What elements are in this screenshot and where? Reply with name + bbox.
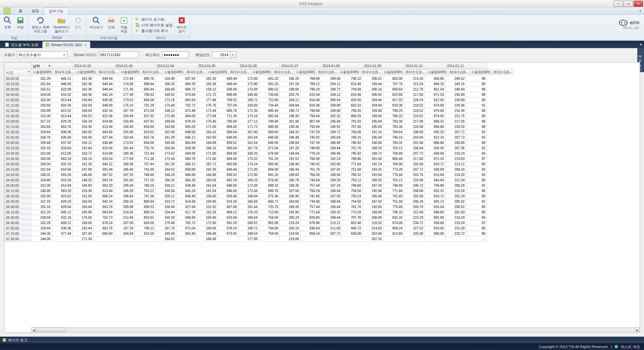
data-cell: 800.64 bbox=[383, 87, 404, 92]
doc-tab-dropdown[interactable]: ▾ bbox=[638, 42, 644, 47]
ribbon-import-button[interactable]: iSmart에서 불러오기 bbox=[51, 15, 72, 35]
ribbon-search-button[interactable]: 조회 bbox=[1, 15, 14, 35]
scroll-thumb[interactable] bbox=[36, 328, 66, 332]
data-cell: 214.56 bbox=[280, 231, 301, 236]
date-header[interactable]: 2014-01-08 bbox=[321, 63, 363, 69]
ribbon-excel-button[interactable]: X엑셀 저장 bbox=[118, 15, 130, 35]
data-cell: 82 bbox=[466, 199, 487, 204]
data-cell: 208.08 bbox=[363, 215, 383, 220]
scroll-right-button[interactable]: ▶ bbox=[635, 328, 640, 332]
date-header[interactable]: 2014-01-07 bbox=[280, 63, 321, 69]
data-cell: 201.96 bbox=[280, 119, 301, 124]
footer-bar: Copyright © 2013 TIS All Rights Reserved… bbox=[0, 343, 644, 350]
data-cell: 198.36 bbox=[280, 124, 301, 130]
ismart-id-input[interactable] bbox=[99, 51, 139, 58]
column-peak[interactable]: 최대수요(k... bbox=[273, 69, 295, 75]
maximize-button[interactable]: ▭ bbox=[624, 1, 633, 7]
date-header[interactable]: 2014-01-04 bbox=[156, 63, 197, 69]
column-usage[interactable]: 사용량(kWh) bbox=[338, 69, 360, 75]
minimize-button[interactable]: ─ bbox=[614, 1, 623, 7]
column-peak[interactable]: 최대수요(k... bbox=[141, 69, 163, 75]
ribbon-preview-button[interactable]: 미리보기 bbox=[88, 15, 105, 35]
data-cell: 160.56 bbox=[197, 178, 218, 183]
data-cell: 98 bbox=[466, 81, 487, 87]
date-header[interactable]: 2014-01-10 bbox=[404, 63, 446, 69]
data-cell: 205.20 bbox=[280, 215, 301, 220]
data-cell: 167.40 bbox=[73, 231, 94, 236]
column-peak[interactable]: 최대수요(k... bbox=[492, 69, 514, 75]
date-header[interactable]: 2014-01-05 bbox=[197, 63, 238, 69]
data-cell: 740.16 bbox=[135, 183, 156, 188]
data-cell: 207.36 bbox=[446, 146, 466, 151]
doc-tab-ismart-data[interactable]: iSmart 데이터 관리✕ bbox=[42, 41, 90, 48]
data-cell: 819.36 bbox=[383, 103, 404, 108]
consumer-combo[interactable]: 테스트수용가▼ bbox=[17, 51, 67, 58]
ribbon-minimize-icon[interactable]: ▾ bbox=[637, 7, 644, 14]
column-usage[interactable]: 사용량(kWh) bbox=[470, 69, 492, 75]
column-peak[interactable]: 최대수요(k... bbox=[360, 69, 382, 75]
data-cell: 620.64 bbox=[52, 146, 73, 151]
close-button[interactable]: ✕ bbox=[634, 1, 643, 7]
doc-tab-annual-load[interactable]: 연도별 부하 조회 bbox=[2, 41, 42, 48]
date-header[interactable]: 2014-01-11 bbox=[446, 63, 487, 69]
column-usage[interactable]: 사용량(kWh) bbox=[251, 69, 273, 75]
data-cell: 632.16 bbox=[52, 215, 73, 220]
date-header[interactable]: 2014-01-06 bbox=[238, 63, 280, 69]
ribbon-print-button[interactable]: 인쇄 bbox=[105, 15, 118, 35]
ribbon-page-reset[interactable]: ↻페이지 초기화 bbox=[135, 17, 173, 22]
data-cell: 80 bbox=[466, 140, 487, 146]
menu-tab-work[interactable]: 업무기능 bbox=[44, 7, 68, 14]
data-cell: 737.28 bbox=[301, 130, 321, 135]
data-cell: 195.48 bbox=[321, 119, 342, 124]
svg-line-1 bbox=[8, 21, 11, 23]
column-usage[interactable]: 사용량(kWh) bbox=[295, 69, 317, 75]
data-cell: 171.72 bbox=[238, 124, 259, 130]
column-usage[interactable]: 사용량(kWh) bbox=[31, 69, 53, 75]
data-cell: 212.40 bbox=[404, 210, 425, 215]
date-header[interactable]: 2014-01-02 bbox=[73, 63, 114, 69]
ribbon-stop-button[interactable]: 중지 bbox=[72, 15, 85, 35]
column-usage[interactable]: 사용량(kWh) bbox=[382, 69, 404, 75]
scroll-left-button[interactable]: ◀ bbox=[31, 328, 36, 332]
column-peak[interactable]: 최대수요(k... bbox=[53, 69, 75, 75]
status-bar[interactable]: 메시지 로그 bbox=[0, 337, 644, 343]
close-icon[interactable]: ✕ bbox=[84, 43, 87, 47]
year-spinner[interactable]: ▾ bbox=[230, 51, 236, 58]
date-header[interactable]: 2014-01-03 bbox=[114, 63, 156, 69]
menu-tab-settings[interactable]: 설정 bbox=[27, 7, 44, 14]
data-cell: 192.24 bbox=[363, 162, 383, 167]
horizontal-scrollbar[interactable]: ◀ ▶ bbox=[31, 327, 640, 332]
table-row: 159.84639.36163.44653.76197.28789.12167.… bbox=[31, 226, 487, 231]
data-cell: 701.28 bbox=[259, 156, 280, 162]
app-logo-button[interactable] bbox=[0, 7, 14, 14]
ribbon-save-button[interactable]: 저장 bbox=[14, 15, 27, 35]
date-dropdown[interactable]: 날짜▼ bbox=[31, 62, 52, 69]
data-cell: 162.00 bbox=[156, 130, 176, 135]
column-peak[interactable]: 최대수요(k... bbox=[316, 69, 338, 75]
year-input[interactable] bbox=[212, 51, 230, 58]
ribbon-refresh-button[interactable]: 변전소 목록 새로고침 bbox=[30, 15, 51, 35]
ribbon-set-start-page[interactable]: 🏠시작 페이지로 설정 bbox=[135, 23, 173, 28]
ribbon-close-page-button[interactable]: 페이지 닫기 bbox=[175, 15, 189, 35]
data-cell: 217.80 bbox=[404, 156, 425, 162]
data-cell: 835.20 bbox=[425, 130, 446, 135]
column-usage[interactable]: 사용량(kWh) bbox=[119, 69, 141, 75]
column-peak[interactable]: 최대수요(k... bbox=[448, 69, 470, 75]
data-cell: 678.24 bbox=[218, 226, 238, 231]
column-usage[interactable]: 사용량(kWh) bbox=[426, 69, 448, 75]
column-peak[interactable]: 최대수요(k... bbox=[229, 69, 251, 75]
date-header[interactable]: 2014-01-09 bbox=[363, 63, 404, 69]
data-cell: 204.84 bbox=[114, 231, 135, 236]
menu-tab-home[interactable]: 홈 bbox=[14, 7, 27, 14]
column-usage[interactable]: 사용량(kWh) bbox=[75, 69, 97, 75]
column-usage[interactable]: 사용량(kWh) bbox=[163, 69, 185, 75]
column-peak[interactable]: 최대수요(k... bbox=[185, 69, 207, 75]
data-cell: 192.60 bbox=[363, 204, 383, 210]
data-cell: 637.92 bbox=[176, 76, 197, 81]
ribbon-add-favorite[interactable]: ★즐겨찾기에 추가 bbox=[135, 28, 173, 33]
password-input[interactable]: ●●●●●●● bbox=[162, 51, 189, 58]
column-usage[interactable]: 사용량(kWh) bbox=[207, 69, 229, 75]
column-peak[interactable]: 최대수요(k... bbox=[97, 69, 119, 75]
data-cell: 623.52 bbox=[52, 194, 73, 199]
column-peak[interactable]: 최대수요(k... bbox=[404, 69, 426, 75]
